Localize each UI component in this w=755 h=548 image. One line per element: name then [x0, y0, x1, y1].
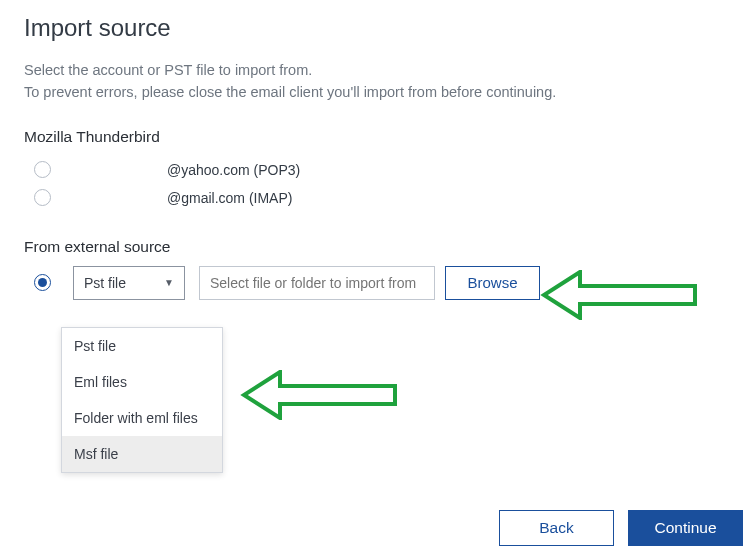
filetype-option[interactable]: Folder with eml files: [62, 400, 222, 436]
chevron-down-icon: ▼: [164, 277, 174, 288]
desc-line-2: To prevent errors, please close the emai…: [24, 82, 731, 104]
external-heading: From external source: [24, 238, 731, 256]
account-label: @yahoo.com (POP3): [167, 162, 300, 178]
filetype-select[interactable]: Pst file ▼: [73, 266, 185, 300]
continue-button[interactable]: Continue: [628, 510, 743, 546]
filetype-option[interactable]: Eml files: [62, 364, 222, 400]
footer-buttons: Back Continue: [499, 510, 743, 546]
account-row[interactable]: @gmail.com (IMAP): [34, 184, 731, 212]
annotation-arrow-icon: [540, 270, 700, 320]
page-title: Import source: [24, 14, 731, 42]
filetype-selected-label: Pst file: [84, 275, 126, 291]
account-radio-yahoo[interactable]: [34, 161, 51, 178]
filetype-dropdown: Pst fileEml filesFolder with eml filesMs…: [61, 327, 223, 473]
annotation-arrow-icon: [240, 370, 400, 420]
filetype-option[interactable]: Pst file: [62, 328, 222, 364]
browse-button[interactable]: Browse: [445, 266, 540, 300]
account-row[interactable]: @yahoo.com (POP3): [34, 156, 731, 184]
page-description: Select the account or PST file to import…: [24, 60, 731, 104]
external-radio[interactable]: [34, 274, 51, 291]
thunderbird-heading: Mozilla Thunderbird: [24, 128, 731, 146]
desc-line-1: Select the account or PST file to import…: [24, 60, 731, 82]
account-label: @gmail.com (IMAP): [167, 190, 292, 206]
account-radio-gmail[interactable]: [34, 189, 51, 206]
path-input[interactable]: [199, 266, 435, 300]
back-button[interactable]: Back: [499, 510, 614, 546]
filetype-option[interactable]: Msf file: [62, 436, 222, 472]
